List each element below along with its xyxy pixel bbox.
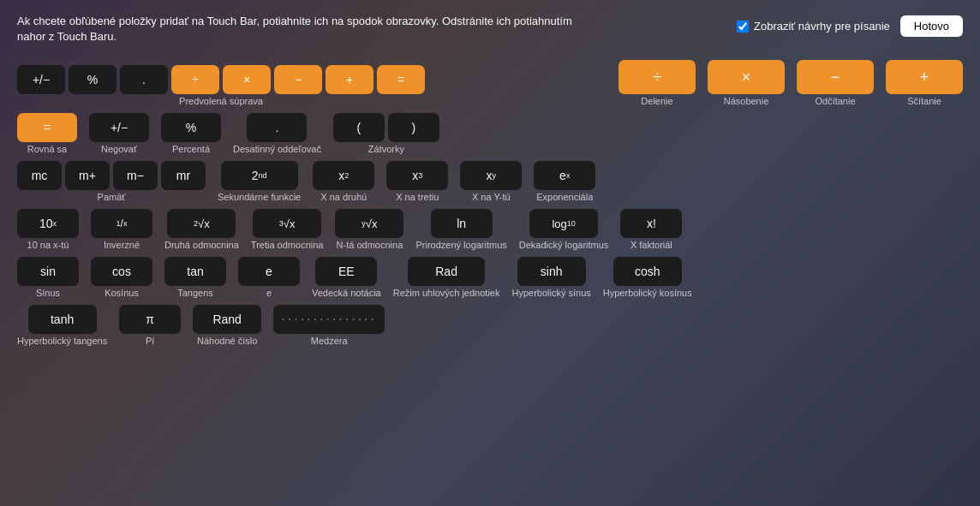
secondary-label: Sekundárne funkcie (218, 192, 301, 202)
ee-label: Vedecká notácia (312, 288, 381, 298)
btn-ex[interactable]: ex (534, 161, 595, 190)
btn-mc[interactable]: mc (17, 161, 62, 190)
btn-sqrt2[interactable]: 2√x (167, 209, 236, 238)
btn-sin[interactable]: sin (17, 257, 79, 286)
inv-group: 1/x Inverzné (91, 209, 152, 250)
btn-10x[interactable]: 10x (17, 209, 79, 238)
checkbox-label[interactable]: Zobraziť návrhy pre písanie (737, 20, 890, 33)
btn-rad[interactable]: Rad (408, 257, 485, 286)
pi-label: Pí (146, 336, 154, 346)
show-suggestions-checkbox[interactable] (737, 21, 749, 33)
btn-lparen[interactable]: ( (333, 113, 385, 142)
btn-ln[interactable]: ln (431, 209, 493, 238)
btn-mminus[interactable]: m− (113, 161, 158, 190)
x2-label: X na druhú (320, 192, 367, 202)
xy-label: X na Y-tú (472, 192, 511, 202)
btn-decimal[interactable]: . (247, 113, 307, 142)
btn-negate-pre[interactable]: +/− (17, 65, 65, 94)
inv-label: Inverzné (104, 240, 140, 250)
btn-percent-pre[interactable]: % (69, 65, 117, 94)
row-1: +/− % . ÷ × − + = Predvolená súprava ÷ D… (17, 60, 963, 106)
btn-divide[interactable]: ÷ (618, 60, 696, 94)
predvolena-buttons: +/− % . ÷ × − + = (17, 65, 425, 94)
rand-group: Rand Náhodné číslo (193, 305, 261, 346)
btn-mplus[interactable]: m+ (65, 161, 110, 190)
decimal-label: Desatinný oddeľovač (233, 144, 321, 154)
btn-rparen[interactable]: ) (388, 113, 439, 142)
decimal-group: . Desatinný oddeľovač (233, 113, 321, 154)
btn-space[interactable]: ··············· (273, 305, 385, 334)
btn-inv[interactable]: 1/x (91, 209, 152, 238)
btn-decimal-pre[interactable]: . (120, 65, 168, 94)
row-4: 10x 10 na x-tú 1/x Inverzné 2√x Druhá od… (17, 209, 963, 250)
10x-group: 10x 10 na x-tú (17, 209, 79, 250)
row-3: mc m+ m− mr Pamäť 2nd Sekundárne funkcie… (17, 161, 963, 202)
btn-sqrtn[interactable]: y√x (335, 209, 403, 238)
btn-multiply-pre[interactable]: × (223, 65, 271, 94)
btn-cos[interactable]: cos (91, 257, 152, 286)
tanh-group: tanh Hyperbolický tangens (17, 305, 107, 346)
scitanie-label: Sčítanie (907, 96, 941, 106)
sinh-label: Hyperbolický sínus (511, 288, 590, 298)
btn-negate[interactable]: +/− (89, 113, 149, 142)
btn-percent[interactable]: % (161, 113, 221, 142)
btn-e[interactable]: e (238, 257, 300, 286)
rand-label: Náhodné číslo (197, 336, 257, 346)
btn-add[interactable]: + (886, 60, 963, 94)
ex-label: Exponenciála (536, 192, 593, 202)
sqrtn-label: N-tá odmocnina (337, 240, 403, 250)
delenie-group: ÷ Delenie (618, 60, 696, 106)
btn-rand[interactable]: Rand (193, 305, 261, 334)
delenie-label: Delenie (641, 96, 672, 106)
space-label: Medzera (311, 336, 348, 346)
btn-2nd[interactable]: 2nd (221, 161, 298, 190)
btn-xy[interactable]: xy (460, 161, 522, 190)
cos-group: cos Kosínus (91, 257, 152, 298)
rad-label: Režim uhlových jednotiek (393, 288, 500, 298)
btn-tanh[interactable]: tanh (28, 305, 97, 334)
cosh-label: Hyperbolický kosínus (603, 288, 692, 298)
negovat-group: +/− Negovať (89, 113, 149, 154)
done-button[interactable]: Hotovo (900, 15, 963, 37)
xy-group: xy X na Y-tú (460, 161, 522, 202)
factorial-label: X faktoriál (630, 240, 672, 250)
nasobenie-group: × Násobenie (708, 60, 785, 106)
btn-log10[interactable]: log10 (529, 209, 598, 238)
btn-multiply[interactable]: × (708, 60, 785, 94)
percenta-label: Percentá (172, 144, 210, 154)
ex-group: ex Exponenciála (534, 161, 595, 202)
btn-mr[interactable]: mr (161, 161, 206, 190)
log10-group: log10 Dekadický logaritmus (519, 209, 609, 250)
btn-add-pre[interactable]: + (326, 65, 373, 94)
checkbox-text: Zobraziť návrhy pre písanie (754, 20, 890, 33)
tanh-label: Hyperbolický tangens (17, 336, 107, 346)
odcitanie-group: − Odčítanie (797, 60, 874, 106)
btn-sqrt3[interactable]: 3√x (253, 209, 321, 238)
factorial-group: x! X faktoriál (620, 209, 682, 250)
sin-group: sin Sínus (17, 257, 79, 298)
btn-subtract-pre[interactable]: − (274, 65, 322, 94)
btn-tan[interactable]: tan (164, 257, 226, 286)
tan-label: Tangens (177, 288, 213, 298)
btn-x3[interactable]: x3 (386, 161, 448, 190)
pamat-group: mc m+ m− mr Pamäť (17, 161, 206, 202)
btn-ee[interactable]: EE (315, 257, 377, 286)
ln-group: ln Prirodzený logaritmus (415, 209, 506, 250)
btn-equals[interactable]: = (17, 113, 77, 142)
btn-x2[interactable]: x2 (313, 161, 374, 190)
row-2: = Rovná sa +/− Negovať % Percentá . Desa… (17, 113, 963, 154)
rad-group: Rad Režim uhlových jednotiek (393, 257, 500, 298)
x2-group: x2 X na druhú (313, 161, 374, 202)
space-group: ··············· Medzera (273, 305, 385, 346)
btn-pi[interactable]: π (119, 305, 181, 334)
predvolena-label: Predvolená súprava (179, 96, 263, 106)
btn-factorial[interactable]: x! (620, 209, 682, 238)
header-controls: Zobraziť návrhy pre písanie Hotovo (737, 15, 963, 37)
btn-equals-pre[interactable]: = (377, 65, 425, 94)
btn-cosh[interactable]: cosh (613, 257, 682, 286)
btn-sinh[interactable]: sinh (517, 257, 586, 286)
rovnasa-group: = Rovná sa (17, 113, 77, 154)
nasobenie-label: Násobenie (724, 96, 769, 106)
btn-divide-pre[interactable]: ÷ (171, 65, 219, 94)
btn-subtract[interactable]: − (797, 60, 874, 94)
